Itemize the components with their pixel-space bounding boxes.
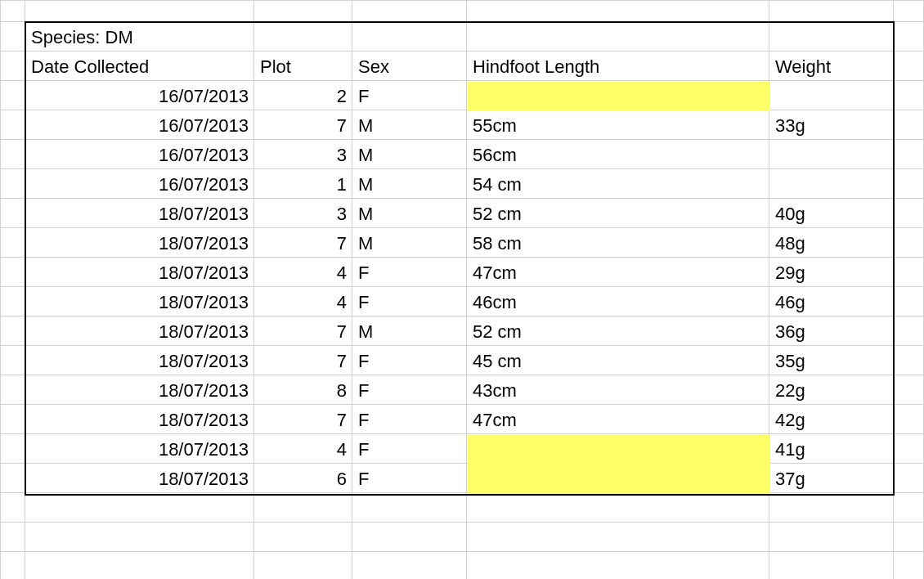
cell-date[interactable]: 18/07/2013 — [26, 200, 255, 229]
cell-weight[interactable]: 22g — [770, 376, 893, 406]
cell-hindfoot[interactable]: 56cm — [468, 141, 770, 170]
title-cell[interactable]: Species: DM — [26, 23, 255, 52]
table-row[interactable]: 18/07/20134F47cm29g — [26, 258, 893, 288]
table-row[interactable]: 18/07/20134F46cm46g — [26, 288, 893, 317]
cell-weight[interactable] — [770, 141, 893, 170]
cell-hindfoot[interactable]: 43cm — [468, 376, 770, 406]
cell-sex[interactable]: F — [353, 288, 468, 317]
cell-plot[interactable]: 7 — [255, 229, 353, 258]
cell-sex[interactable]: M — [353, 170, 468, 200]
cell-plot[interactable]: 3 — [255, 141, 353, 170]
cell-plot[interactable]: 7 — [255, 111, 353, 141]
cell-weight[interactable]: 42g — [770, 406, 893, 435]
cell-hindfoot[interactable]: 47cm — [468, 406, 770, 435]
cell-date[interactable]: 18/07/2013 — [26, 347, 255, 376]
header-weight[interactable]: Weight — [770, 52, 893, 82]
cell-plot[interactable]: 4 — [255, 288, 353, 317]
cell-empty[interactable] — [353, 23, 468, 52]
cell-hindfoot[interactable] — [468, 82, 770, 111]
table-row[interactable]: 16/07/20137M55cm33g — [26, 111, 893, 141]
table-row[interactable]: 18/07/20136F37g — [26, 465, 893, 494]
cell-date[interactable]: 18/07/2013 — [26, 229, 255, 258]
cell-sex[interactable]: F — [353, 435, 468, 465]
cell-weight[interactable]: 46g — [770, 288, 893, 317]
table-row[interactable]: 16/07/20132F — [26, 82, 893, 111]
cell-weight[interactable]: 29g — [770, 258, 893, 288]
cell-date[interactable]: 18/07/2013 — [26, 465, 255, 494]
header-sex[interactable]: Sex — [353, 52, 468, 82]
cell-date[interactable]: 18/07/2013 — [26, 317, 255, 347]
cell-sex[interactable]: M — [353, 111, 468, 141]
cell-hindfoot[interactable] — [468, 465, 770, 494]
cell-weight[interactable] — [770, 82, 893, 111]
data-table[interactable]: Species: DM Date Collected Plot Sex Hind… — [26, 23, 893, 494]
cell-plot[interactable]: 3 — [255, 200, 353, 229]
title-row[interactable]: Species: DM — [26, 23, 893, 52]
cell-date[interactable]: 18/07/2013 — [26, 435, 255, 465]
cell-hindfoot[interactable]: 47cm — [468, 258, 770, 288]
cell-plot[interactable]: 7 — [255, 406, 353, 435]
table-row[interactable]: 18/07/20138F43cm22g — [26, 376, 893, 406]
cell-hindfoot[interactable]: 45 cm — [468, 347, 770, 376]
cell-empty[interactable] — [468, 23, 770, 52]
table-row[interactable]: 16/07/20131M54 cm — [26, 170, 893, 200]
header-row[interactable]: Date Collected Plot Sex Hindfoot Length … — [26, 52, 893, 82]
cell-weight[interactable]: 37g — [770, 465, 893, 494]
table-row[interactable]: 16/07/20133M56cm — [26, 141, 893, 170]
header-hindfoot[interactable]: Hindfoot Length — [468, 52, 770, 82]
cell-hindfoot[interactable]: 52 cm — [468, 317, 770, 347]
cell-date[interactable]: 16/07/2013 — [26, 82, 255, 111]
cell-date[interactable]: 16/07/2013 — [26, 170, 255, 200]
cell-sex[interactable]: M — [353, 229, 468, 258]
cell-plot[interactable]: 2 — [255, 82, 353, 111]
cell-sex[interactable]: F — [353, 465, 468, 494]
cell-weight[interactable]: 35g — [770, 347, 893, 376]
cell-hindfoot[interactable]: 55cm — [468, 111, 770, 141]
table-row[interactable]: 18/07/20133M52 cm40g — [26, 200, 893, 229]
cell-hindfoot[interactable]: 54 cm — [468, 170, 770, 200]
table-row[interactable]: 18/07/20137M52 cm36g — [26, 317, 893, 347]
cell-date[interactable]: 18/07/2013 — [26, 258, 255, 288]
spreadsheet-sheet: Species: DM Date Collected Plot Sex Hind… — [0, 0, 924, 579]
header-date[interactable]: Date Collected — [26, 52, 255, 82]
header-plot[interactable]: Plot — [255, 52, 353, 82]
cell-hindfoot[interactable]: 46cm — [468, 288, 770, 317]
cell-weight[interactable]: 41g — [770, 435, 893, 465]
cell-sex[interactable]: F — [353, 258, 468, 288]
cell-weight[interactable]: 33g — [770, 111, 893, 141]
cell-plot[interactable]: 7 — [255, 347, 353, 376]
table-row[interactable]: 18/07/20134F41g — [26, 435, 893, 465]
cell-plot[interactable]: 4 — [255, 258, 353, 288]
cell-date[interactable]: 18/07/2013 — [26, 406, 255, 435]
table-row[interactable]: 18/07/20137F47cm42g — [26, 406, 893, 435]
cell-plot[interactable]: 7 — [255, 317, 353, 347]
cell-hindfoot[interactable]: 52 cm — [468, 200, 770, 229]
cell-sex[interactable]: M — [353, 200, 468, 229]
cell-sex[interactable]: F — [353, 82, 468, 111]
cell-sex[interactable]: F — [353, 347, 468, 376]
cell-sex[interactable]: F — [353, 376, 468, 406]
cell-date[interactable]: 18/07/2013 — [26, 288, 255, 317]
cell-plot[interactable]: 8 — [255, 376, 353, 406]
table-row[interactable]: 18/07/20137M58 cm48g — [26, 229, 893, 258]
cell-hindfoot[interactable]: 58 cm — [468, 229, 770, 258]
cell-plot[interactable]: 1 — [255, 170, 353, 200]
cell-weight[interactable] — [770, 170, 893, 200]
cell-weight[interactable]: 40g — [770, 200, 893, 229]
cell-hindfoot[interactable] — [468, 435, 770, 465]
cell-empty[interactable] — [255, 23, 353, 52]
table-row[interactable]: 18/07/20137F45 cm35g — [26, 347, 893, 376]
cell-sex[interactable]: M — [353, 141, 468, 170]
cell-sex[interactable]: M — [353, 317, 468, 347]
cell-date[interactable]: 18/07/2013 — [26, 376, 255, 406]
cell-weight[interactable]: 36g — [770, 317, 893, 347]
cell-date[interactable]: 16/07/2013 — [26, 111, 255, 141]
cell-plot[interactable]: 4 — [255, 435, 353, 465]
cell-sex[interactable]: F — [353, 406, 468, 435]
cell-date[interactable]: 16/07/2013 — [26, 141, 255, 170]
cell-plot[interactable]: 6 — [255, 465, 353, 494]
cell-weight[interactable]: 48g — [770, 229, 893, 258]
data-table-border: Species: DM Date Collected Plot Sex Hind… — [25, 21, 895, 496]
cell-empty[interactable] — [770, 23, 893, 52]
